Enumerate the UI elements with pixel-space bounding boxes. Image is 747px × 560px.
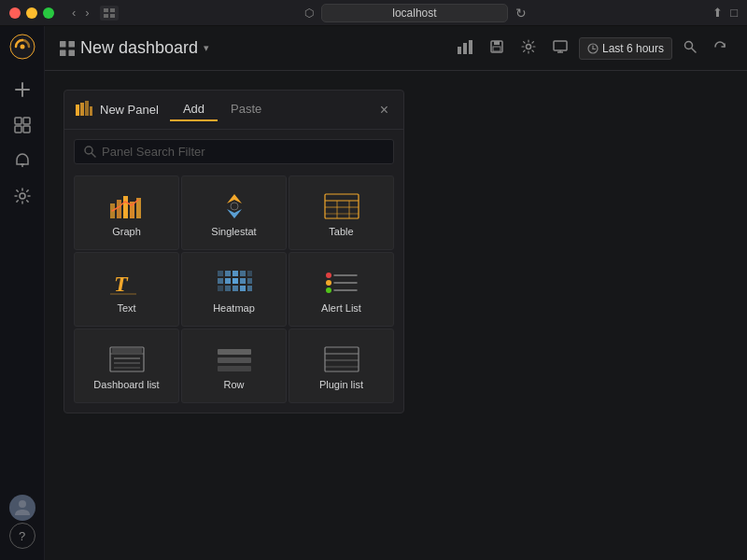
tab-add[interactable]: Add	[170, 98, 218, 121]
forward-button[interactable]: ›	[82, 6, 92, 20]
svg-rect-0	[104, 8, 108, 12]
window-controls	[9, 7, 54, 19]
search-box	[74, 139, 394, 164]
sidebar-item-help[interactable]: ?	[9, 523, 35, 549]
time-range-button[interactable]: Last 6 hours	[579, 37, 672, 60]
svg-rect-11	[23, 126, 30, 133]
svg-rect-36	[80, 103, 84, 116]
svg-point-26	[526, 44, 530, 49]
panel-type-text[interactable]: T Text	[74, 252, 179, 327]
svg-rect-86	[218, 366, 251, 371]
share-ext-button[interactable]: ⬆	[712, 6, 723, 20]
svg-rect-59	[233, 271, 238, 276]
panel-search-input[interactable]	[102, 145, 384, 159]
table-icon	[323, 192, 360, 220]
close-button[interactable]	[9, 7, 21, 19]
svg-rect-24	[494, 41, 500, 45]
svg-rect-9	[23, 118, 30, 124]
avatar[interactable]	[9, 495, 35, 521]
settings-icon-btn[interactable]	[515, 35, 542, 62]
svg-rect-57	[218, 271, 223, 276]
modal-title: New Panel	[100, 103, 159, 117]
panel-type-pluginlist[interactable]: Plugin list	[289, 329, 394, 403]
svg-rect-37	[85, 101, 89, 116]
search-icon-btn[interactable]	[678, 36, 702, 61]
titlebar-center: ⬡ localhost ↻	[304, 4, 527, 22]
svg-rect-62	[218, 278, 223, 284]
search-icon	[84, 146, 96, 158]
share-button[interactable]: ⬡	[304, 7, 314, 20]
title-chevron[interactable]: ▾	[204, 42, 209, 54]
svg-rect-80	[112, 348, 142, 353]
browser-nav: ‹ ›	[69, 6, 92, 20]
panel-type-dashboardlist[interactable]: Dashboard list	[74, 329, 179, 403]
new-tab-button[interactable]: □	[730, 6, 738, 20]
text-icon: T	[108, 269, 146, 297]
nav-actions: Last 6 hours	[452, 35, 732, 62]
sidebar: ?	[0, 26, 45, 560]
dashlist-icon	[108, 345, 146, 373]
dashboard-icon	[60, 41, 75, 56]
svg-rect-64	[233, 278, 238, 284]
sidebar-item-alerts[interactable]	[6, 144, 39, 177]
svg-rect-25	[493, 47, 500, 51]
layout-icon	[100, 6, 119, 21]
panel-type-heatmap[interactable]: Heatmap	[181, 252, 287, 327]
svg-rect-68	[225, 286, 231, 291]
svg-point-14	[20, 193, 25, 199]
back-button[interactable]: ‹	[69, 6, 78, 20]
modal-close-button[interactable]: ×	[376, 102, 392, 119]
maximize-button[interactable]	[43, 7, 54, 19]
graph-label: Graph	[112, 226, 141, 237]
panel-type-row[interactable]: Row	[181, 329, 287, 403]
sidebar-item-add[interactable]	[6, 73, 39, 106]
svg-text:T: T	[114, 272, 129, 296]
svg-rect-3	[110, 14, 115, 18]
svg-point-48	[231, 203, 238, 210]
minimize-button[interactable]	[26, 7, 37, 19]
main-content: New dashboard ▾ Last 6 hours	[45, 26, 747, 560]
svg-rect-42	[117, 200, 121, 218]
modal-tabs: Add Paste	[170, 98, 369, 121]
row-label: Row	[223, 379, 244, 390]
tab-paste[interactable]: Paste	[218, 98, 275, 121]
panel-type-graph[interactable]: Graph	[74, 175, 179, 250]
app-layout: ? New dashboard ▾	[0, 26, 747, 560]
graph-icon	[108, 192, 146, 220]
svg-rect-61	[247, 271, 252, 276]
panel-type-singlestat[interactable]: Singlestat	[181, 175, 287, 250]
sidebar-item-settings[interactable]	[6, 179, 39, 213]
heatmap-label: Heatmap	[213, 302, 255, 314]
panel-type-alertlist[interactable]: Alert List	[289, 252, 394, 327]
svg-point-15	[19, 500, 26, 508]
svg-rect-16	[60, 41, 66, 48]
singlestat-label: Singlestat	[211, 226, 256, 237]
svg-point-76	[326, 287, 331, 293]
url-bar[interactable]: localhost	[321, 4, 508, 22]
svg-rect-17	[69, 41, 76, 48]
reload-button[interactable]: ↻	[515, 6, 527, 21]
svg-line-34	[692, 48, 697, 52]
svg-rect-18	[60, 49, 66, 56]
titlebar-right: ⬆ □	[712, 6, 738, 20]
sidebar-item-dashboard[interactable]	[6, 108, 39, 142]
panel-type-table[interactable]: Table	[289, 175, 394, 250]
svg-rect-71	[247, 286, 252, 291]
dashboardlist-label: Dashboard list	[93, 379, 159, 390]
modal-header: New Panel Add Paste ×	[64, 91, 403, 130]
save-icon-btn[interactable]	[484, 35, 510, 62]
titlebar: ‹ › ⬡ localhost ↻ ⬆ □	[0, 0, 747, 26]
chart-icon-btn[interactable]	[452, 35, 478, 62]
pluginlist-label: Plugin list	[319, 379, 363, 390]
svg-rect-38	[90, 106, 92, 116]
refresh-icon-btn[interactable]	[708, 36, 732, 61]
singlestat-icon	[216, 192, 253, 220]
page-title-area: New dashboard ▾	[60, 38, 444, 58]
time-range-label: Last 6 hours	[602, 42, 664, 55]
svg-rect-43	[123, 196, 128, 218]
svg-rect-60	[240, 271, 246, 276]
tv-icon-btn[interactable]	[547, 35, 573, 62]
app-logo[interactable]	[7, 32, 37, 62]
clock-icon	[587, 43, 599, 54]
svg-rect-8	[15, 118, 21, 124]
